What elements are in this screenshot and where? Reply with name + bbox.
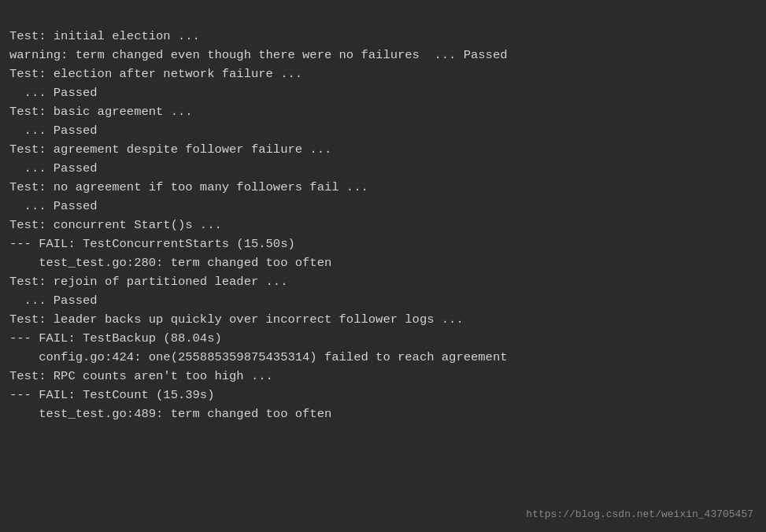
line4: ... Passed: [9, 83, 757, 102]
line5: Test: basic agreement ...: [9, 102, 757, 121]
line18: config.go:424: one(255885359875435314) f…: [9, 348, 757, 367]
line19: Test: RPC counts aren't too high ...: [9, 367, 757, 386]
line7: Test: agreement despite follower failure…: [9, 140, 757, 159]
watermark: https://blog.csdn.net/weixin_43705457: [526, 507, 753, 523]
line14: Test: rejoin of partitioned leader ...: [9, 272, 757, 291]
line3: Test: election after network failure ...: [9, 65, 757, 83]
line21: test_test.go:489: term changed too often: [9, 405, 757, 423]
line11: Test: concurrent Start()s ...: [9, 216, 757, 235]
line16: Test: leader backs up quickly over incor…: [9, 310, 757, 329]
line15: ... Passed: [9, 291, 757, 310]
line10: ... Passed: [9, 197, 757, 216]
line2: warning: term changed even though there …: [9, 46, 757, 65]
terminal-output: Test: initial election ...warning: term …: [9, 8, 757, 423]
line20: --- FAIL: TestCount (15.39s): [9, 386, 757, 405]
line12: --- FAIL: TestConcurrentStarts (15.50s): [9, 235, 757, 253]
line8: ... Passed: [9, 159, 757, 178]
line9: Test: no agreement if too many followers…: [9, 178, 757, 197]
line13: test_test.go:280: term changed too often: [9, 253, 757, 272]
line6: ... Passed: [9, 121, 757, 140]
line1: Test: initial election ...: [9, 27, 757, 46]
line17: --- FAIL: TestBackup (88.04s): [9, 329, 757, 348]
